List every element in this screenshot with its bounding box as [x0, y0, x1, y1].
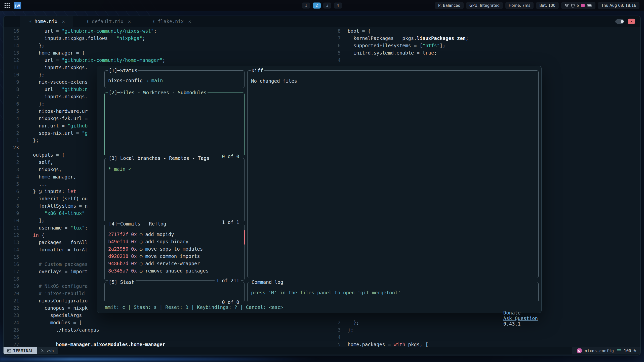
code-text: }; [348, 326, 353, 334]
lazygit-status-panel[interactable]: [1]─Status nixos-config → main [104, 70, 245, 88]
shell-segment: zsh [37, 347, 58, 354]
tab-close-icon[interactable]: × [188, 19, 191, 24]
command-log-content: press 'M' in the files panel to open 'gi… [251, 290, 401, 295]
commit-graph-bullet: ○ [140, 253, 142, 259]
commit-message: move common imports [145, 253, 200, 259]
lazygit-window: [1]─Status nixos-config → main [2]─Files… [97, 66, 542, 313]
branch-row[interactable]: * main ✓ [108, 166, 131, 172]
panel-title: [1]─Status [108, 67, 138, 73]
commit-message: add service-wrapper [145, 261, 200, 266]
workspace-button-1[interactable]: 1 [302, 3, 310, 9]
donate-link[interactable]: Donate [503, 310, 521, 315]
window-close-button[interactable]: × [628, 19, 635, 24]
project-name: nixos-config [585, 348, 614, 353]
commit-hash: b49ef1d [108, 239, 128, 244]
line-number: 2 [325, 319, 341, 326]
commit-row[interactable]: 9486b7d0x○add service-wrapper [108, 260, 200, 267]
tab-list: home.nix×default.nix×flake.nix× [20, 16, 199, 27]
commit-hash: 8e345a7 [108, 268, 128, 274]
line-number: 5 [325, 49, 341, 57]
code-text: home.packages = with pkgs; [ [348, 341, 428, 347]
tab-label: flake.nix [158, 19, 184, 24]
lazygit-branches-panel[interactable]: [3]─Local branches - Remotes - Tags * ma… [104, 158, 245, 222]
status-segment: Home: 7ms [505, 2, 534, 9]
scroll-percent: 100 % [624, 348, 636, 353]
line-number: 4 [325, 57, 341, 64]
code-line[interactable]: 8boot = { [4, 27, 641, 35]
code-line[interactable]: 5home.packages = with pkgs; [ [4, 341, 641, 347]
repo-status: nixos-config → main [108, 78, 163, 83]
code-text: supportedFilesystems = ["ntfs"]; [348, 42, 446, 49]
status-segment: P: Balanced [435, 2, 464, 9]
commit-author: 0x [131, 268, 137, 274]
commit-author: 0x [131, 253, 137, 259]
apps-grid-icon[interactable] [5, 3, 10, 8]
commit-hash: 9486b7d [108, 261, 128, 266]
commit-row[interactable]: 2717f2f0x○add mopidy [108, 231, 174, 238]
logo-badge[interactable]: JW [14, 2, 21, 9]
tab-default.nix[interactable]: default.nix× [77, 16, 139, 27]
line-number: 4 [325, 334, 341, 341]
code-line[interactable]: 4 [4, 334, 641, 341]
tab-close-icon[interactable]: × [128, 19, 131, 24]
code-line[interactable]: 2 }; [4, 319, 641, 326]
panel-title: [3]─Local branches - Remotes - Tags [108, 155, 210, 161]
commit-message: add sops binary [145, 239, 188, 244]
commit-graph-bullet: ○ [140, 246, 142, 252]
code-line[interactable]: 6 supportedFilesystems = ["ntfs"]; [4, 42, 641, 49]
workspaces: 1234 [302, 0, 342, 11]
panel-title: Command log [251, 279, 284, 285]
diff-content: No changed files [251, 78, 297, 84]
commit-hash: 2717f2f [108, 232, 128, 237]
commit-message: add mopidy [145, 232, 174, 237]
tab-flake.nix[interactable]: flake.nix× [143, 16, 199, 27]
tabbar: home.nix×default.nix×flake.nix× [4, 16, 640, 27]
code-text: initrd.systemd.enable = true; [348, 49, 437, 57]
shield-count: 0 [577, 4, 579, 8]
workspace-button-2[interactable]: 2 [313, 3, 321, 9]
code-line[interactable]: 4 [4, 57, 641, 64]
lazygit-version: 0.43.1 [503, 321, 521, 327]
lazygit-diff-panel[interactable]: Diff No changed files [247, 70, 539, 278]
code-line[interactable]: 7 kernelPackages = pkgs.linuxPackages_ze… [4, 35, 641, 42]
code-text: }; [348, 319, 359, 326]
lazygit-files-panel[interactable]: [2]─Files - Worktrees - Submodules 0 of … [104, 93, 245, 156]
lazygit-command-log-panel[interactable]: Command log press 'M' in the files panel… [247, 282, 539, 302]
code-line[interactable]: 3}; [4, 326, 641, 334]
commit-row[interactable]: 2a239500x○move sops to modules [108, 245, 203, 253]
terminal-icon [7, 349, 11, 352]
battery-icon [587, 4, 592, 7]
lazygit-stash-panel[interactable]: [5]─Stash 0 of 0 [104, 282, 245, 302]
commit-row[interactable]: 8e345a70x○remove unused packages [108, 267, 209, 275]
shield-icon [571, 4, 575, 8]
tab-close-icon[interactable]: × [62, 19, 65, 24]
workspace-button-4[interactable]: 4 [334, 3, 342, 9]
code-line[interactable]: 5 initrd.systemd.enable = true; [4, 49, 641, 57]
tab-label: default.nix [92, 19, 124, 24]
statusline-right: nixos-config 100 % [572, 347, 641, 354]
commit-row[interactable]: b49ef1d0x○add sops binary [108, 238, 188, 245]
workspace-button-3[interactable]: 3 [323, 3, 331, 9]
code-text: kernelPackages = pkgs.linuxPackages_zen; [348, 35, 468, 42]
prompt-icon [41, 349, 45, 352]
wallpaper-glow [0, 358, 319, 360]
commit-graph-bullet: ○ [140, 239, 142, 244]
window-pin-toggle[interactable] [615, 19, 624, 24]
commit-row[interactable]: d9202180x○move common imports [108, 253, 200, 260]
tab-label: home.nix [34, 19, 58, 24]
panel-title: [2]─Files - Worktrees - Submodules [108, 89, 208, 96]
nix-snowflake-icon [86, 20, 89, 23]
tab-home.nix[interactable]: home.nix× [20, 16, 73, 27]
commit-message: remove unused packages [145, 268, 209, 274]
commit-hash: d920218 [108, 253, 128, 259]
commits-scrollbar[interactable] [244, 230, 245, 245]
lazygit-commits-panel[interactable]: [4]─Commits - Reflog 2717f2f0x○add mopid… [104, 224, 245, 281]
line-number: 5 [325, 341, 341, 347]
clock: Thu Aug 08, 18:16 [598, 2, 639, 9]
ask-question-link[interactable]: Ask Question [503, 315, 538, 321]
commit-message: move sops to modules [145, 246, 203, 252]
nix-snowflake-icon [28, 20, 32, 23]
topbar-status-segments: P: BalancedGPU: IntegratedHome: 7msBat: … [435, 2, 559, 9]
commit-list: 2717f2f0x○add mopidyb49ef1d0x○add sops b… [105, 224, 244, 280]
tray-icons: 0 [561, 2, 595, 9]
